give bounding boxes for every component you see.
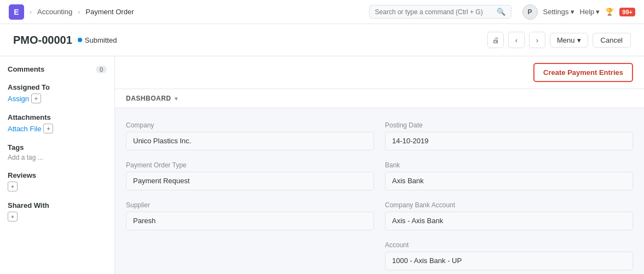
account-label: Account xyxy=(385,241,633,249)
status-dot xyxy=(78,38,82,42)
next-button[interactable]: › xyxy=(529,32,545,48)
form-row-2: Payment Order Type Payment Request Bank … xyxy=(126,161,633,190)
form-row-1: Company Unico Plastics Inc. Posting Date… xyxy=(126,121,633,150)
prev-button[interactable]: ‹ xyxy=(508,32,525,48)
sidebar-attachments-section: Attachments Attach File + xyxy=(8,113,107,133)
header-actions: 🖨 ‹ › Menu ▾ Cancel xyxy=(487,32,631,48)
main-content: Create Payment Entries DASHBOARD ▾ Compa… xyxy=(115,56,644,274)
breadcrumb-sep-2: › xyxy=(78,8,80,16)
supplier-value[interactable]: Paresh xyxy=(126,212,374,230)
status-badge: Submitted xyxy=(78,36,117,44)
dashboard-bar[interactable]: DASHBOARD ▾ xyxy=(115,89,644,108)
menu-button[interactable]: Menu ▾ xyxy=(550,33,588,48)
sidebar-shared-section: Shared With + xyxy=(8,201,107,221)
company-field: Company Unico Plastics Inc. xyxy=(126,121,374,150)
attachments-label: Attachments xyxy=(8,113,107,121)
app-icon[interactable]: E xyxy=(9,4,24,20)
company-bank-account-field: Company Bank Account Axis - Axis Bank xyxy=(385,201,633,230)
page-header: PMO-00001 Submitted 🖨 ‹ › Menu ▾ Cancel xyxy=(0,24,644,56)
search-input[interactable] xyxy=(375,8,493,16)
payment-order-type-label: Payment Order Type xyxy=(126,161,374,169)
assigned-to-label: Assigned To xyxy=(8,83,107,91)
sidebar-reviews-section: Reviews + xyxy=(8,171,107,191)
comments-count: 0 xyxy=(96,66,107,73)
company-label: Company xyxy=(126,121,374,129)
help-label: Help xyxy=(580,8,595,16)
form-row-3: Supplier Paresh Company Bank Account Axi… xyxy=(126,201,633,230)
status-label: Submitted xyxy=(85,36,117,44)
dashboard-label: DASHBOARD xyxy=(126,95,171,102)
attach-file-link[interactable]: Attach File + xyxy=(8,124,107,133)
payment-order-type-field: Payment Order Type Payment Request xyxy=(126,161,374,190)
form-row-4: Account 1000 - Axis Bank - UP xyxy=(126,241,633,270)
menu-chevron: ▾ xyxy=(577,36,581,44)
settings-button[interactable]: Settings ▾ xyxy=(543,8,574,16)
assign-plus-icon[interactable]: + xyxy=(31,94,41,103)
page-body: Comments 0 Assigned To Assign + Attachme… xyxy=(0,56,644,274)
breadcrumb-accounting[interactable]: Accounting xyxy=(37,8,72,16)
search-bar[interactable]: 🔍 xyxy=(369,5,511,19)
shared-with-label: Shared With xyxy=(8,201,107,209)
sidebar-comments-section: Comments 0 xyxy=(8,65,107,73)
supplier-field: Supplier Paresh xyxy=(126,201,374,230)
attach-plus-icon[interactable]: + xyxy=(43,124,53,133)
print-button[interactable]: 🖨 xyxy=(487,32,504,48)
account-value[interactable]: 1000 - Axis Bank - UP xyxy=(385,252,633,270)
assign-link[interactable]: Assign + xyxy=(8,94,107,103)
tags-label: Tags xyxy=(8,143,107,151)
doc-id: PMO-00001 xyxy=(13,34,72,46)
sidebar-tags-section: Tags Add a tag ... xyxy=(8,143,107,161)
sidebar-assigned-section: Assigned To Assign + xyxy=(8,83,107,103)
reviews-label: Reviews xyxy=(8,171,107,179)
notification-badge[interactable]: 99+ xyxy=(619,8,635,16)
company-value[interactable]: Unico Plastics Inc. xyxy=(126,132,374,150)
help-button[interactable]: Help ▾ xyxy=(580,8,600,16)
action-bar: Create Payment Entries xyxy=(115,56,644,89)
cancel-button[interactable]: Cancel xyxy=(593,33,631,48)
dashboard-chevron: ▾ xyxy=(175,95,178,102)
doc-title: PMO-00001 Submitted xyxy=(13,34,117,46)
bank-value[interactable]: Axis Bank xyxy=(385,172,633,190)
trophy-icon: 🏆 xyxy=(605,8,614,16)
company-bank-account-label: Company Bank Account xyxy=(385,201,633,209)
posting-date-label: Posting Date xyxy=(385,121,633,129)
breadcrumb-payment-order: Payment Order xyxy=(85,8,134,16)
search-icon: 🔍 xyxy=(497,8,505,16)
sidebar: Comments 0 Assigned To Assign + Attachme… xyxy=(0,56,115,274)
settings-label: Settings xyxy=(543,8,569,16)
supplier-label: Supplier xyxy=(126,201,374,209)
nav-actions: P Settings ▾ Help ▾ 🏆 99+ xyxy=(522,4,635,20)
reviews-plus-icon[interactable]: + xyxy=(8,182,18,191)
settings-chevron: ▾ xyxy=(571,8,574,16)
empty-col xyxy=(126,241,374,270)
shared-plus-icon[interactable]: + xyxy=(8,212,18,221)
bank-field: Bank Axis Bank xyxy=(385,161,633,190)
top-nav: E › Accounting › Payment Order 🔍 P Setti… xyxy=(0,0,644,24)
payment-order-type-value[interactable]: Payment Request xyxy=(126,172,374,190)
sidebar-comments-label: Comments 0 xyxy=(8,65,107,73)
create-payment-entries-button[interactable]: Create Payment Entries xyxy=(533,63,633,82)
account-field: Account 1000 - Axis Bank - UP xyxy=(385,241,633,270)
menu-label: Menu xyxy=(557,36,575,44)
bank-label: Bank xyxy=(385,161,633,169)
posting-date-value[interactable]: 14-10-2019 xyxy=(385,132,633,150)
help-chevron: ▾ xyxy=(596,8,600,16)
company-bank-account-value[interactable]: Axis - Axis Bank xyxy=(385,212,633,230)
avatar-button[interactable]: P xyxy=(522,4,538,20)
form-area: Company Unico Plastics Inc. Posting Date… xyxy=(115,108,644,274)
breadcrumb-sep-1: › xyxy=(30,8,32,16)
add-tag-placeholder[interactable]: Add a tag ... xyxy=(8,154,107,161)
posting-date-field: Posting Date 14-10-2019 xyxy=(385,121,633,150)
